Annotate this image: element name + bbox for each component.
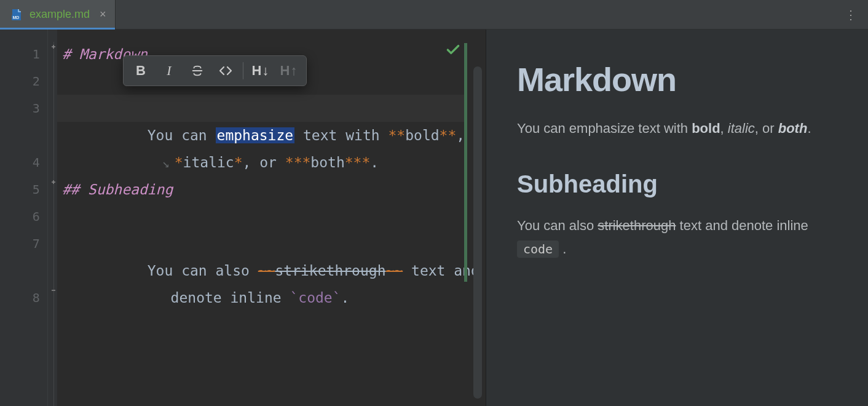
main-split: 1 2 3 4 5 6 7 8 (0, 30, 868, 406)
inline-code: code (517, 241, 559, 258)
heading-token: ## Subheading (62, 181, 173, 197)
svg-text:MD: MD (13, 15, 20, 20)
bold-text: bold (692, 121, 720, 136)
code-area[interactable]: 1 2 3 4 5 6 7 8 (0, 30, 486, 406)
preview-paragraph: You can also strikethrough text and deno… (517, 214, 837, 260)
tab-bar: MD example.md × ⋮ (0, 0, 868, 30)
text: You can also (517, 218, 598, 233)
tabbar-overflow-menu[interactable]: ⋮ (834, 0, 868, 29)
line-number: 3 (0, 95, 44, 122)
preview-h2: Subheading (517, 170, 837, 198)
toolbar-separator (243, 62, 243, 79)
line-number: 1 (0, 41, 44, 68)
line-number: 2 (0, 68, 44, 95)
line-number: 8 (0, 284, 44, 311)
italic-button[interactable]: I (156, 58, 183, 83)
bold-button[interactable]: B (127, 58, 154, 83)
text: . (807, 121, 811, 136)
preview-paragraph: You can emphasize text with bold, italic… (517, 117, 837, 140)
text: , or (755, 121, 778, 136)
line-number: 7 (0, 230, 44, 257)
strikethrough-button[interactable] (184, 58, 211, 83)
line-number: 6 (0, 203, 44, 230)
heading-decrease-button[interactable]: H↓ (247, 58, 274, 83)
file-tab-label: example.md (30, 8, 90, 21)
text: text and denote inline (676, 218, 808, 233)
close-tab-icon[interactable]: × (100, 8, 106, 21)
line-number-wrap-gap (0, 122, 44, 149)
strike-text: strikethrough (598, 218, 676, 233)
bolditalic-text: both (778, 121, 808, 136)
formatting-toolbar: B I H↓ H↑ (123, 55, 307, 86)
italic-text: italic (728, 121, 755, 136)
heading-increase-button: H↑ (275, 58, 302, 83)
text: . (559, 241, 566, 257)
markdown-file-icon: MD (10, 8, 23, 22)
preview-pane: Markdown You can emphasize text with bol… (486, 30, 868, 406)
editor-scrollbar[interactable] (473, 66, 482, 399)
line-number-wrap-gap (0, 257, 44, 284)
editor-pane: 1 2 3 4 5 6 7 8 (0, 30, 486, 406)
fold-toggle-icon[interactable] (50, 178, 57, 186)
fold-toggle-icon[interactable] (50, 287, 57, 294)
vcs-change-stripe (464, 43, 467, 282)
file-tab[interactable]: MD example.md × (0, 0, 116, 29)
text: , (720, 121, 728, 136)
code-button[interactable] (212, 58, 239, 83)
inspection-ok-icon[interactable] (445, 42, 461, 58)
line-number: 4 (0, 149, 44, 176)
tabbar-spacer (116, 0, 834, 29)
gutter: 1 2 3 4 5 6 7 8 (0, 30, 48, 406)
preview-h1: Markdown (517, 60, 837, 98)
line-number: 5 (0, 176, 44, 203)
fold-strip (48, 30, 57, 406)
fold-toggle-icon[interactable] (50, 43, 57, 50)
text: You can emphasize text with (517, 121, 692, 136)
